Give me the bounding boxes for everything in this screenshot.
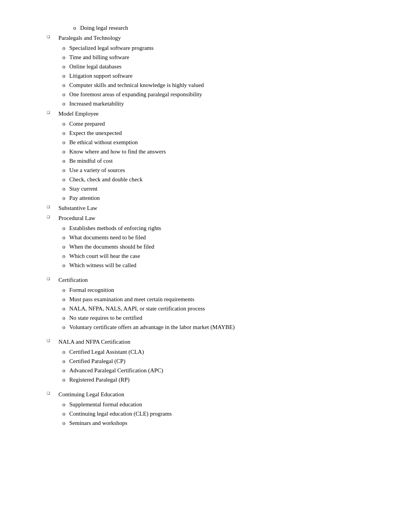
list-item: oExpect the unexpected — [58, 128, 364, 138]
level1-bullet: ❑ — [47, 203, 58, 209]
item-text: Certified Paralegal (CP) — [69, 356, 364, 366]
item-text: Must pass examination and meet certain r… — [69, 295, 364, 304]
item-text: Advanced Paralegal Certification (APC) — [69, 366, 364, 375]
bullet-o: o — [58, 43, 69, 53]
list-item: oCertified Paralegal (CP) — [58, 356, 364, 366]
item-text: Be ethical without exemption — [69, 138, 364, 147]
outline-container: o Doing legal research ❑Paralegals and T… — [47, 15, 364, 428]
list-item: oCertified Legal Assistant (CLA) — [58, 347, 364, 356]
bullet-o: o — [58, 295, 69, 304]
item-text: Registered Paralegal (RP) — [69, 375, 364, 384]
list-item: oSeminars and workshops — [58, 418, 364, 428]
bullet-o: o — [58, 356, 69, 366]
bullet-o: o — [58, 251, 69, 261]
bullet-o: o — [58, 418, 69, 428]
item-text: Doing legal research — [80, 23, 364, 32]
item-text: One foremost areas of expanding paralega… — [69, 90, 364, 99]
item-text: Expect the unexpected — [69, 128, 364, 138]
level2-list: oFormal recognitionoMust pass examinatio… — [58, 285, 364, 332]
bullet-o: o — [58, 409, 69, 418]
bullet-o: o — [58, 285, 69, 295]
level2-list: oCertified Legal Assistant (CLA)oCertifi… — [58, 347, 364, 384]
level1-item: ❑Certification — [47, 275, 364, 285]
item-text: Be mindful of cost — [69, 156, 364, 165]
list-item: oUse a variety of sources — [58, 165, 364, 175]
item-text: Time and billing software — [69, 53, 364, 62]
list-item: oAdvanced Paralegal Certification (APC) — [58, 366, 364, 375]
level1-item: ❑NALA and NFPA Certification — [47, 337, 364, 346]
bullet-o: o — [58, 242, 69, 251]
item-text: Continuing legal education (CLE) program… — [69, 409, 364, 418]
item-text: What documents need to be filed — [69, 233, 364, 242]
item-text: Know where and how to find the answers — [69, 147, 364, 156]
level1-item: ❑Substantive Law — [47, 203, 364, 213]
list-item: oEstablishes methods of enforcing rights — [58, 223, 364, 233]
list-item: oRegistered Paralegal (RP) — [58, 375, 364, 384]
item-text: Which court will hear the case — [69, 251, 364, 261]
list-item: oNo state requires to be certified — [58, 313, 364, 322]
item-text: Increased marketability — [69, 99, 364, 108]
list-item: oBe ethical without exemption — [58, 138, 364, 147]
bullet-o: o — [58, 138, 69, 147]
bullet-o: o — [58, 347, 69, 356]
list-item: oSpecialized legal software programs — [58, 43, 364, 53]
level1-label: Paralegals and Technology — [58, 33, 364, 43]
section-procedural-law: ❑Procedural LawoEstablishes methods of e… — [47, 213, 364, 270]
bullet-o: o — [58, 400, 69, 409]
bullet-o: o — [58, 53, 69, 62]
section-continuing-education: ❑Continuing Legal EducationoSupplemental… — [47, 390, 364, 428]
item-text: No state requires to be certified — [69, 313, 364, 322]
level1-bullet: ❑ — [47, 33, 58, 39]
level1-item: ❑Continuing Legal Education — [47, 390, 364, 399]
bullet-o: o — [58, 71, 69, 80]
item-text: Which witness will be called — [69, 261, 364, 270]
level1-item: ❑Procedural Law — [47, 213, 364, 223]
list-item: oKnow where and how to find the answers — [58, 147, 364, 156]
item-text: Specialized legal software programs — [69, 43, 364, 53]
list-item: oVoluntary certificate offers an advanta… — [58, 322, 364, 332]
level1-label: Model Employee — [58, 109, 364, 118]
bullet-o: o — [58, 193, 69, 203]
list-item: oContinuing legal education (CLE) progra… — [58, 409, 364, 418]
list-item: oStay current — [58, 184, 364, 193]
list-item: oSupplemental formal education — [58, 400, 364, 409]
item-text: Check, check and double check — [69, 175, 364, 184]
level1-bullet: ❑ — [47, 109, 58, 114]
list-item: oIncreased marketability — [58, 99, 364, 108]
item-text: Online legal databases — [69, 62, 364, 71]
level2-list: oSpecialized legal software programsoTim… — [58, 43, 364, 108]
level1-label: Continuing Legal Education — [58, 390, 364, 399]
level1-item: ❑Paralegals and Technology — [47, 33, 364, 43]
item-text: Voluntary certificate offers an advantag… — [69, 322, 364, 332]
level2-list: oEstablishes methods of enforcing rights… — [58, 223, 364, 270]
section-nala-nfpa: ❑NALA and NFPA CertificationoCertified L… — [47, 337, 364, 384]
list-item: oNALA, NFPA, NALS, AAPI, or state certif… — [58, 304, 364, 313]
item-text: Certified Legal Assistant (CLA) — [69, 347, 364, 356]
list-item: oFormal recognition — [58, 285, 364, 295]
list-item: oComputer skills and technical knowledge… — [58, 80, 364, 90]
level1-bullet: ❑ — [47, 275, 58, 281]
bullet-o: o — [58, 184, 69, 193]
bullet-o: o — [58, 147, 69, 156]
bullet-o: o — [58, 375, 69, 384]
item-text: Stay current — [69, 184, 364, 193]
level2-list: oCome preparedoExpect the unexpectedoBe … — [58, 119, 364, 203]
level1-bullet: ❑ — [47, 213, 58, 219]
list-item: oWhich court will hear the case — [58, 251, 364, 261]
list-item: o Doing legal research — [69, 23, 364, 32]
level1-bullet: ❑ — [47, 390, 58, 395]
item-text: Computer skills and technical knowledge … — [69, 80, 364, 90]
list-item: oMust pass examination and meet certain … — [58, 295, 364, 304]
section-paralegals-technology: ❑Paralegals and TechnologyoSpecialized l… — [47, 33, 364, 108]
bullet-o: o — [58, 366, 69, 375]
bullet-o: o — [58, 165, 69, 175]
item-text: NALA, NFPA, NALS, AAPI, or state certifi… — [69, 304, 364, 313]
bullet-o: o — [58, 80, 69, 90]
list-item: oOne foremost areas of expanding paraleg… — [58, 90, 364, 99]
bullet-o: o — [58, 62, 69, 71]
item-text: Use a variety of sources — [69, 165, 364, 175]
bullet-o: o — [58, 313, 69, 322]
section-substantive-law: ❑Substantive Law — [47, 203, 364, 213]
bullet-o: o — [58, 128, 69, 138]
bullet-o: o — [58, 99, 69, 108]
